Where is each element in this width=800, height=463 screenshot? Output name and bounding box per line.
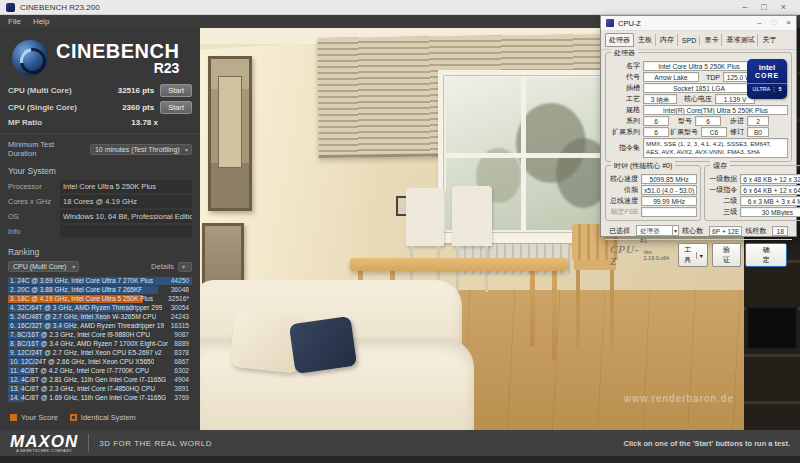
ranking-row[interactable]: 11. 4C/8T @ 4.2 GHz, Intel Core i7-7700K… xyxy=(8,366,192,375)
wall-painting xyxy=(208,56,252,211)
ranking-name: 14. 4C/8T @ 1.69 GHz, 11th Gen Intel Cor… xyxy=(10,393,166,403)
cpuz-row-value: 5099.85 MHz xyxy=(641,174,697,184)
threads-label: 线程数 xyxy=(745,226,769,236)
ranking-row[interactable]: 12. 4C/8T @ 2.81 GHz, 11th Gen Intel Cor… xyxy=(8,375,192,384)
ranking-row[interactable]: 14. 4C/8T @ 1.69 GHz, 11th Gen Intel Cor… xyxy=(8,393,192,402)
white-chair xyxy=(406,188,444,246)
white-chair xyxy=(452,186,492,246)
processor-group-label: 处理器 xyxy=(611,48,638,58)
ranking-row[interactable]: 1. 24C @ 3.69 GHz, Intel Core Ultra 7 27… xyxy=(8,276,192,285)
title-bar: CINEBENCH R23.200 – □ × xyxy=(0,0,800,15)
ok-button[interactable]: 确定 xyxy=(745,243,787,267)
cpuz-row-label: 额定FSB xyxy=(609,207,641,217)
test-duration-select[interactable]: 10 minutes (Test Throttling) xyxy=(90,144,192,155)
start-multi-button[interactable]: Start xyxy=(160,84,192,97)
start-single-button[interactable]: Start xyxy=(160,101,192,114)
cpuz-row-value: 6 x 64 KB + 12 x 64 KB xyxy=(740,185,800,195)
identical-system-label: Identical System xyxy=(81,413,136,422)
package-label: 插槽 xyxy=(609,83,643,93)
cpuz-selection-row: 已选择 处理器 #1 核心数 6P + 12E 线程数 18 xyxy=(605,223,792,237)
system-row-label: OS xyxy=(8,210,60,223)
identical-system-swatch xyxy=(70,414,77,421)
multi-core-row: CPU (Multi Core) 32516 pts Start xyxy=(8,84,192,97)
cpuz-row-value xyxy=(641,207,697,217)
ext-model-field: C6 xyxy=(701,127,727,137)
instructions-label: 指令集 xyxy=(609,143,643,153)
mp-ratio-row: MP Ratio 13.78 x xyxy=(8,118,192,127)
app-icon xyxy=(6,3,15,12)
cpuz-tab-cpu[interactable]: 处理器 xyxy=(605,33,634,47)
cpuz-tab-2[interactable]: 内存 xyxy=(657,34,678,46)
ranking-row[interactable]: 6. 16C/32T @ 3.4 GHz, AMD Ryzen Threadri… xyxy=(8,321,192,330)
cpuz-tab-3[interactable]: SPD xyxy=(679,36,700,45)
cpuz-tab-4[interactable]: 显卡 xyxy=(701,34,722,46)
tv-screen xyxy=(746,306,798,350)
ranking-row[interactable]: 9. 12C/24T @ 2.7 GHz, Intel Xeon CPU E5-… xyxy=(8,348,192,357)
single-core-score: 2360 pts xyxy=(122,103,154,112)
single-core-row: CPU (Single Core) 2360 pts Start xyxy=(8,101,192,114)
system-row-value xyxy=(60,225,192,237)
cache-group-label: 缓存 xyxy=(710,161,730,171)
maxon-sub: A NEMETSCHEK COMPANY xyxy=(10,449,78,453)
ranking-row[interactable]: 2. 20C @ 3.88 GHz, Intel Core Ultra 7 26… xyxy=(8,285,192,294)
system-row: OSWindows 10, 64 Bit, Professional Editi… xyxy=(8,210,192,223)
cpu-name-field: Intel Core Ultra 5 250K Plus xyxy=(643,61,755,71)
minimize-icon[interactable]: – xyxy=(742,3,747,12)
ext-model-label: 扩展型号 xyxy=(669,127,701,137)
ranking-row[interactable]: 13. 4C/8T @ 2.3 GHz, Intel Core i7-4850H… xyxy=(8,384,192,393)
tools-button[interactable]: 工具▾ xyxy=(678,243,708,267)
cpuz-close-icon[interactable]: × xyxy=(786,19,791,27)
ranking-score: 3769 xyxy=(174,393,189,403)
close-icon[interactable]: × xyxy=(781,3,786,12)
cpuz-row-value: 6 x 48 KB + 12 x 32 KB xyxy=(740,174,800,184)
processor-select[interactable]: 处理器 #1 xyxy=(636,225,679,236)
cpuz-row: 总线速度99.99 MHz xyxy=(609,196,697,206)
spec-label: 规格 xyxy=(609,105,643,115)
menu-item-file[interactable]: File xyxy=(8,17,21,26)
ranking-row[interactable]: 4. 32C/64T @ 3 GHz, AMD Ryzen Threadripp… xyxy=(8,303,192,312)
cpuz-tab-6[interactable]: 关于 xyxy=(759,34,779,46)
window-title: CINEBENCH R23.200 xyxy=(20,3,100,12)
ranking-row[interactable]: 5. 24C/48T @ 2.7 GHz, Intel Xeon W-3265M… xyxy=(8,312,192,321)
chevron-down-icon[interactable]: ▾ xyxy=(696,252,703,259)
ranking-row[interactable]: 8. 8C/16T @ 3.4 GHz, AMD Ryzen 7 1700X E… xyxy=(8,339,192,348)
details-dropdown[interactable] xyxy=(178,262,192,272)
cpuz-row-label: 三级 xyxy=(708,207,740,217)
cpuz-row: 核心速度5099.85 MHz xyxy=(609,174,697,184)
cpuz-minimize-icon[interactable]: – xyxy=(757,19,761,27)
cpuz-row: 二级6 x 3 MB + 3 x 4 MB xyxy=(708,196,800,206)
cpuz-version: Ver. 2.19.0.x64 xyxy=(643,249,673,261)
cpuz-row-value: 30 MBytes xyxy=(740,207,800,217)
system-row-value: 18 Cores @ 4.19 GHz xyxy=(60,195,192,208)
cpuz-row: 一级指令6 x 64 KB + 12 x 64 KB xyxy=(708,185,800,195)
cpuz-tab-1[interactable]: 主板 xyxy=(635,34,656,46)
family-field: 6 xyxy=(643,116,669,126)
cpuz-cache-rows: 一级数据6 x 48 KB + 12 x 32 KB一级指令6 x 64 KB … xyxy=(708,174,800,217)
cpuz-maximize-icon: □ xyxy=(771,19,776,27)
multi-core-label: CPU (Multi Core) xyxy=(8,86,72,95)
ranking-controls: CPU (Multi Core) Details xyxy=(8,261,192,272)
codename-label: 代号 xyxy=(609,72,643,82)
clocks-group-label: 时钟 (性能核心 #0) xyxy=(611,161,675,171)
cpuz-footer: CPU-Z Ver. 2.19.0.x64 工具▾ 验证 确定 xyxy=(605,239,792,270)
brand-name: CINEBENCH xyxy=(56,41,179,61)
ranking-row[interactable]: 3. 18C @ 4.19 GHz, Intel Core Ultra 5 25… xyxy=(8,294,192,303)
ranking-row[interactable]: 10. 12C/24T @ 2.66 GHz, Intel Xeon CPU X… xyxy=(8,357,192,366)
ranking-row[interactable]: 7. 8C/16T @ 2.3 GHz, Intel Core i9-9880H… xyxy=(8,330,192,339)
cpuz-title-bar[interactable]: CPU-Z – □ × xyxy=(601,16,796,31)
menu-item-help[interactable]: Help xyxy=(33,17,49,26)
ranking-header: Ranking xyxy=(8,247,192,257)
cpuz-tab-5[interactable]: 基准测试 xyxy=(723,34,758,46)
cpuz-row-label: 一级数据 xyxy=(708,174,740,184)
system-row-label: Processor xyxy=(8,180,60,193)
cpuz-window: CPU-Z – □ × 处理器主板内存SPD显卡基准测试关于 处理器 intel… xyxy=(600,15,797,237)
package-field: Socket 1851 LGA xyxy=(643,83,755,93)
cores-field: 6P + 12E xyxy=(709,226,742,236)
tdp-label: TDP xyxy=(699,74,723,81)
validate-button[interactable]: 验证 xyxy=(712,243,742,267)
ext-family-label: 扩展系列 xyxy=(609,127,643,137)
ranking-filter-select[interactable]: CPU (Multi Core) xyxy=(8,261,79,272)
cpuz-app-icon xyxy=(606,19,614,27)
maximize-icon[interactable]: □ xyxy=(761,3,766,12)
system-row-value: Intel Core Ultra 5 250K Plus xyxy=(60,180,192,193)
